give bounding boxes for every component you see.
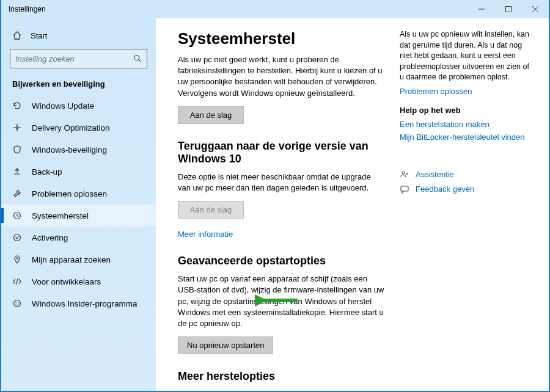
svg-point-12 [402,172,405,174]
side-feedback-row[interactable]: Feedback geven [400,184,534,194]
sidebar-item-windows-update[interactable]: Windows Update [1,95,156,117]
side-reinstall-text: Als u uw pc opnieuw wilt instellen, kan … [400,29,534,83]
sidebar: Start Bijwerken en beveiliging Windows U… [1,18,156,391]
sidebar-item-label: Windows Update [32,101,94,111]
sidebar-item-label: Mijn apparaat zoeken [32,255,111,264]
side-assist-link[interactable]: Assistentie [416,170,454,179]
location-icon [12,255,22,264]
sidebar-item-backup[interactable]: Back-up [1,161,156,183]
svg-rect-1 [506,7,512,12]
goback-get-started-button: Aan de slag [178,201,244,219]
category-header: Bijwerken en beveiliging [1,78,156,95]
search-icon [133,54,142,63]
section-advanced-startup: Geavanceerde opstartopties Start uw pc o… [178,255,385,354]
svg-line-5 [139,60,141,62]
section-more-recovery: Meer herstelopties Opnieuw beginnen met … [178,370,385,391]
section-goback: Teruggaan naar de vorige versie van Wind… [178,140,385,239]
sidebar-item-label: Activering [32,233,68,242]
sidebar-item-label: Problemen oplossen [32,189,107,198]
search-box[interactable] [10,49,147,68]
section-reset: Als uw pc niet goed werkt, kunt u prober… [178,54,385,124]
recovery-icon [12,211,22,220]
fresh-start-link[interactable]: Opnieuw beginnen met een schone installa… [178,389,353,391]
side-assist-row[interactable]: Assistentie [400,170,534,180]
sidebar-item-label: Windows Insider-programma [32,299,138,308]
svg-point-4 [134,56,139,60]
backup-icon [12,167,22,176]
insider-icon [12,299,22,308]
sidebar-item-label: Delivery Optimization [32,123,110,132]
svg-point-9 [14,300,21,307]
side-reinstall-block: Als u uw pc opnieuw wilt instellen, kan … [400,29,534,96]
sidebar-item-troubleshoot[interactable]: Problemen oplossen [1,183,156,205]
advanced-heading: Geavanceerde opstartopties [178,255,385,267]
home-row[interactable]: Start [1,27,156,46]
code-icon [12,277,22,286]
minimize-button[interactable] [468,0,495,18]
titlebar: Instellingen [1,0,549,18]
reset-get-started-button[interactable]: Aan de slag [178,106,244,124]
wrench-icon [12,189,22,198]
restart-now-button[interactable]: Nu opnieuw opstarten [178,336,273,354]
assist-icon [400,170,409,180]
goback-heading: Teruggaan naar de vorige versie van Wind… [178,140,385,165]
update-icon [12,101,22,111]
page-title: Systeemherstel [178,29,385,48]
svg-rect-14 [401,186,408,191]
sidebar-item-label: Windows-beveiliging [32,145,107,154]
svg-point-7 [14,234,21,241]
side-troubleshoot-link[interactable]: Problemen oplossen [400,87,534,96]
goback-more-info-link[interactable]: Meer informatie [178,230,233,239]
sidebar-item-for-developers[interactable]: Voor ontwikkelaars [1,270,156,292]
sidebar-item-insider[interactable]: Windows Insider-programma [1,292,156,314]
svg-point-11 [18,302,19,303]
reset-description: Als uw pc niet goed werkt, kunt u prober… [178,54,385,99]
side-web-heading: Help op het web [400,106,534,115]
close-button[interactable] [522,0,549,18]
svg-point-13 [406,173,408,175]
goback-description: Deze optie is niet meer beschikbaar omda… [178,172,385,194]
sidebar-item-label: Back-up [32,167,62,176]
shield-icon [12,145,22,154]
feedback-icon [400,184,409,194]
search-input[interactable] [15,54,133,64]
sidebar-item-delivery-optimization[interactable]: Delivery Optimization [1,117,156,139]
sidebar-item-label: Voor ontwikkelaars [32,277,101,286]
window-title: Instellingen [9,5,46,13]
sidebar-item-windows-security[interactable]: Windows-beveiliging [1,139,156,161]
advanced-description: Start uw pc op vanaf een apparaat of sch… [178,274,385,329]
delivery-icon [12,123,22,132]
check-circle-icon [12,233,22,242]
sidebar-item-recovery[interactable]: Systeemherstel [1,205,156,227]
home-icon [12,31,22,40]
svg-point-10 [15,302,16,303]
sidebar-item-activation[interactable]: Activering [1,227,156,249]
maximize-button[interactable] [495,0,522,18]
more-heading: Meer herstelopties [178,370,385,383]
home-label: Start [31,31,47,40]
sidebar-item-label: Systeemherstel [32,211,89,220]
side-web-link-recovery-drive[interactable]: Een herstelstation maken [400,120,534,129]
svg-point-8 [16,258,18,260]
side-web-link-bitlocker[interactable]: Mijn BitLocker-herstelsleutel vinden [400,132,534,142]
content: Systeemherstel Als uw pc niet goed werkt… [156,18,549,391]
side-feedback-link[interactable]: Feedback geven [416,184,474,194]
sidebar-item-find-my-device[interactable]: Mijn apparaat zoeken [1,249,156,270]
